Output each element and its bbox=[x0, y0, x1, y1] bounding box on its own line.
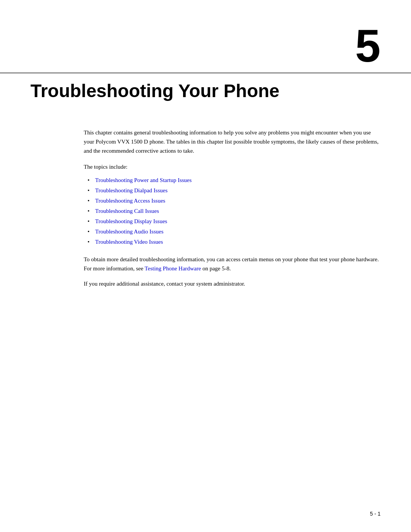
testing-phone-hardware-link[interactable]: Testing Phone Hardware bbox=[145, 265, 201, 272]
topics-label: The topics include: bbox=[84, 162, 381, 171]
body-paragraph-assistance: If you require additional assistance, co… bbox=[84, 279, 381, 288]
chapter-number: 5 bbox=[355, 20, 381, 71]
list-item: Troubleshooting Video Issues bbox=[88, 237, 381, 247]
topic-link-power-startup[interactable]: Troubleshooting Power and Startup Issues bbox=[95, 177, 192, 183]
link-text: Testing Phone Hardware bbox=[145, 265, 201, 272]
topic-link-access[interactable]: Troubleshooting Access Issues bbox=[95, 198, 165, 204]
chapter-number-area: 5 bbox=[0, 0, 411, 69]
body-paragraph-after-link: on page 5-8. bbox=[201, 265, 231, 272]
topic-link-display[interactable]: Troubleshooting Display Issues bbox=[95, 218, 167, 224]
topic-link-call[interactable]: Troubleshooting Call Issues bbox=[95, 208, 159, 214]
page-number: 5 - 1 bbox=[370, 511, 381, 517]
body-paragraph-hardware: To obtain more detailed troubleshooting … bbox=[84, 255, 381, 273]
list-item: Troubleshooting Power and Startup Issues bbox=[88, 175, 381, 185]
list-item: Troubleshooting Call Issues bbox=[88, 206, 381, 216]
topic-link-dialpad[interactable]: Troubleshooting Dialpad Issues bbox=[95, 187, 167, 193]
chapter-title-area: Troubleshooting Your Phone bbox=[0, 73, 411, 113]
list-item: Troubleshooting Display Issues bbox=[88, 216, 381, 227]
list-item: Troubleshooting Audio Issues bbox=[88, 227, 381, 237]
content-area: This chapter contains general troublesho… bbox=[0, 113, 411, 288]
intro-paragraph: This chapter contains general troublesho… bbox=[84, 128, 381, 155]
page-container: 5 Troubleshooting Your Phone This chapte… bbox=[0, 0, 411, 532]
topic-link-video[interactable]: Troubleshooting Video Issues bbox=[95, 239, 163, 245]
list-item: Troubleshooting Access Issues bbox=[88, 196, 381, 206]
body-paragraph-before-link: To obtain more detailed troubleshooting … bbox=[84, 256, 379, 272]
chapter-title: Troubleshooting Your Phone bbox=[30, 81, 411, 101]
list-item: Troubleshooting Dialpad Issues bbox=[88, 185, 381, 196]
topics-list: Troubleshooting Power and Startup Issues… bbox=[84, 175, 381, 247]
page-footer: 5 - 1 bbox=[370, 511, 381, 517]
topic-link-audio[interactable]: Troubleshooting Audio Issues bbox=[95, 228, 163, 235]
